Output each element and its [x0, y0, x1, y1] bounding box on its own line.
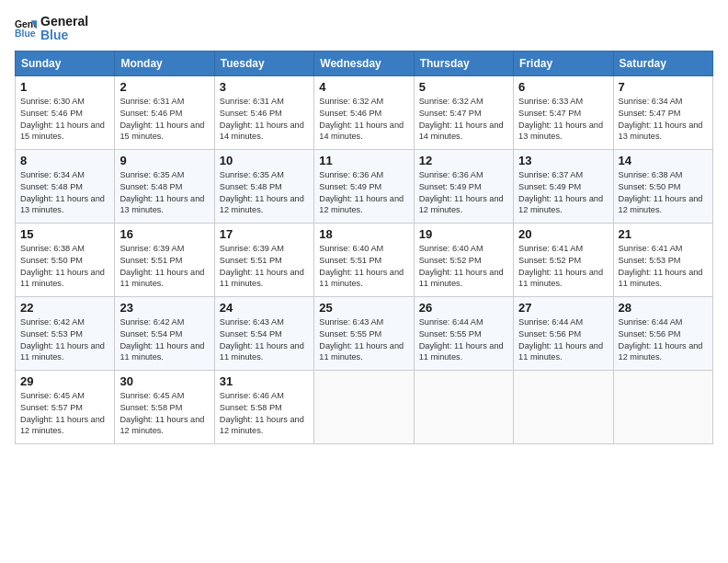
day-info: Sunrise: 6:32 AM Sunset: 5:47 PM Dayligh… [419, 96, 508, 144]
day-cell [514, 370, 613, 443]
logo-icon: General Blue [15, 17, 37, 40]
day-cell: 11 Sunrise: 6:36 AM Sunset: 5:49 PM Dayl… [314, 149, 414, 223]
day-cell: 3 Sunrise: 6:31 AM Sunset: 5:46 PM Dayli… [214, 75, 313, 149]
day-cell: 15 Sunrise: 6:38 AM Sunset: 5:50 PM Dayl… [16, 223, 115, 296]
day-info: Sunrise: 6:45 AM Sunset: 5:58 PM Dayligh… [119, 390, 209, 438]
day-number: 13 [518, 154, 608, 167]
day-info: Sunrise: 6:38 AM Sunset: 5:50 PM Dayligh… [20, 243, 109, 291]
column-header-tuesday: Tuesday [214, 51, 313, 75]
day-number: 16 [119, 227, 209, 241]
day-info: Sunrise: 6:36 AM Sunset: 5:49 PM Dayligh… [419, 169, 508, 217]
day-cell: 5 Sunrise: 6:32 AM Sunset: 5:47 PM Dayli… [414, 75, 513, 149]
day-info: Sunrise: 6:46 AM Sunset: 5:58 PM Dayligh… [220, 390, 309, 438]
week-row-1: 1 Sunrise: 6:30 AM Sunset: 5:46 PM Dayli… [16, 75, 713, 149]
day-number: 11 [319, 154, 408, 167]
day-cell [314, 370, 414, 443]
day-number: 24 [220, 301, 309, 315]
week-row-4: 22 Sunrise: 6:42 AM Sunset: 5:53 PM Dayl… [16, 296, 713, 370]
day-info: Sunrise: 6:34 AM Sunset: 5:47 PM Dayligh… [619, 96, 708, 144]
day-cell: 27 Sunrise: 6:44 AM Sunset: 5:56 PM Dayl… [514, 296, 613, 370]
day-cell: 17 Sunrise: 6:39 AM Sunset: 5:51 PM Dayl… [214, 223, 313, 296]
day-info: Sunrise: 6:36 AM Sunset: 5:49 PM Dayligh… [319, 169, 408, 217]
day-info: Sunrise: 6:31 AM Sunset: 5:46 PM Dayligh… [220, 96, 309, 144]
day-number: 27 [518, 301, 608, 315]
day-number: 3 [220, 80, 309, 94]
day-cell [613, 370, 712, 443]
day-cell: 20 Sunrise: 6:41 AM Sunset: 5:52 PM Dayl… [514, 223, 613, 296]
day-number: 21 [619, 227, 708, 241]
day-number: 18 [319, 227, 408, 241]
day-info: Sunrise: 6:30 AM Sunset: 5:46 PM Dayligh… [20, 96, 109, 144]
day-cell: 29 Sunrise: 6:45 AM Sunset: 5:57 PM Dayl… [16, 370, 115, 443]
day-info: Sunrise: 6:33 AM Sunset: 5:47 PM Dayligh… [518, 96, 608, 144]
day-info: Sunrise: 6:34 AM Sunset: 5:48 PM Dayligh… [20, 169, 109, 217]
day-info: Sunrise: 6:39 AM Sunset: 5:51 PM Dayligh… [119, 243, 209, 291]
day-info: Sunrise: 6:35 AM Sunset: 5:48 PM Dayligh… [220, 169, 309, 217]
day-info: Sunrise: 6:39 AM Sunset: 5:51 PM Dayligh… [220, 243, 309, 291]
day-number: 17 [220, 227, 309, 241]
logo-blue: Blue [40, 29, 88, 42]
day-info: Sunrise: 6:42 AM Sunset: 5:53 PM Dayligh… [20, 316, 109, 364]
day-cell: 26 Sunrise: 6:44 AM Sunset: 5:55 PM Dayl… [414, 296, 513, 370]
day-number: 8 [20, 154, 109, 167]
day-cell: 19 Sunrise: 6:40 AM Sunset: 5:52 PM Dayl… [414, 223, 513, 296]
day-info: Sunrise: 6:40 AM Sunset: 5:51 PM Dayligh… [319, 243, 408, 291]
logo: General Blue General Blue [15, 15, 88, 43]
day-cell: 2 Sunrise: 6:31 AM Sunset: 5:46 PM Dayli… [115, 75, 214, 149]
day-info: Sunrise: 6:41 AM Sunset: 5:53 PM Dayligh… [619, 243, 708, 291]
day-info: Sunrise: 6:32 AM Sunset: 5:46 PM Dayligh… [319, 96, 408, 144]
day-number: 12 [419, 154, 508, 167]
day-number: 29 [20, 374, 109, 388]
day-cell: 12 Sunrise: 6:36 AM Sunset: 5:49 PM Dayl… [414, 149, 513, 223]
day-cell: 9 Sunrise: 6:35 AM Sunset: 5:48 PM Dayli… [115, 149, 214, 223]
day-number: 15 [20, 227, 109, 241]
day-info: Sunrise: 6:41 AM Sunset: 5:52 PM Dayligh… [518, 243, 608, 291]
day-info: Sunrise: 6:42 AM Sunset: 5:54 PM Dayligh… [119, 316, 209, 364]
column-header-sunday: Sunday [16, 51, 115, 75]
day-cell [414, 370, 513, 443]
day-number: 2 [119, 80, 209, 94]
day-info: Sunrise: 6:43 AM Sunset: 5:55 PM Dayligh… [319, 316, 408, 364]
day-number: 7 [619, 80, 708, 94]
week-row-5: 29 Sunrise: 6:45 AM Sunset: 5:57 PM Dayl… [16, 370, 713, 443]
column-header-monday: Monday [115, 51, 214, 75]
day-info: Sunrise: 6:31 AM Sunset: 5:46 PM Dayligh… [119, 96, 209, 144]
day-info: Sunrise: 6:43 AM Sunset: 5:54 PM Dayligh… [220, 316, 309, 364]
day-cell: 25 Sunrise: 6:43 AM Sunset: 5:55 PM Dayl… [314, 296, 414, 370]
day-number: 5 [419, 80, 508, 94]
column-header-wednesday: Wednesday [314, 51, 414, 75]
day-number: 30 [119, 374, 209, 388]
day-number: 25 [319, 301, 408, 315]
column-header-thursday: Thursday [414, 51, 513, 75]
day-cell: 10 Sunrise: 6:35 AM Sunset: 5:48 PM Dayl… [214, 149, 313, 223]
day-cell: 23 Sunrise: 6:42 AM Sunset: 5:54 PM Dayl… [115, 296, 214, 370]
day-cell: 30 Sunrise: 6:45 AM Sunset: 5:58 PM Dayl… [115, 370, 214, 443]
day-cell: 13 Sunrise: 6:37 AM Sunset: 5:49 PM Dayl… [514, 149, 613, 223]
day-number: 28 [619, 301, 708, 315]
day-number: 22 [20, 301, 109, 315]
day-cell: 7 Sunrise: 6:34 AM Sunset: 5:47 PM Dayli… [613, 75, 712, 149]
day-info: Sunrise: 6:37 AM Sunset: 5:49 PM Dayligh… [518, 169, 608, 217]
day-number: 23 [119, 301, 209, 315]
day-cell: 28 Sunrise: 6:44 AM Sunset: 5:56 PM Dayl… [613, 296, 712, 370]
day-number: 14 [619, 154, 708, 167]
svg-text:Blue: Blue [15, 29, 36, 39]
day-cell: 31 Sunrise: 6:46 AM Sunset: 5:58 PM Dayl… [214, 370, 313, 443]
week-row-3: 15 Sunrise: 6:38 AM Sunset: 5:50 PM Dayl… [16, 223, 713, 296]
day-number: 31 [220, 374, 309, 388]
column-header-friday: Friday [514, 51, 613, 75]
page-header: General Blue General Blue [15, 15, 713, 43]
day-number: 10 [220, 154, 309, 167]
day-cell: 22 Sunrise: 6:42 AM Sunset: 5:53 PM Dayl… [16, 296, 115, 370]
day-cell: 14 Sunrise: 6:38 AM Sunset: 5:50 PM Dayl… [613, 149, 712, 223]
column-header-saturday: Saturday [613, 51, 712, 75]
day-number: 26 [419, 301, 508, 315]
day-info: Sunrise: 6:40 AM Sunset: 5:52 PM Dayligh… [419, 243, 508, 291]
day-cell: 18 Sunrise: 6:40 AM Sunset: 5:51 PM Dayl… [314, 223, 414, 296]
day-cell: 21 Sunrise: 6:41 AM Sunset: 5:53 PM Dayl… [613, 223, 712, 296]
day-number: 4 [319, 80, 408, 94]
day-cell: 8 Sunrise: 6:34 AM Sunset: 5:48 PM Dayli… [16, 149, 115, 223]
day-cell: 6 Sunrise: 6:33 AM Sunset: 5:47 PM Dayli… [514, 75, 613, 149]
day-info: Sunrise: 6:44 AM Sunset: 5:56 PM Dayligh… [518, 316, 608, 364]
day-number: 1 [20, 80, 109, 94]
